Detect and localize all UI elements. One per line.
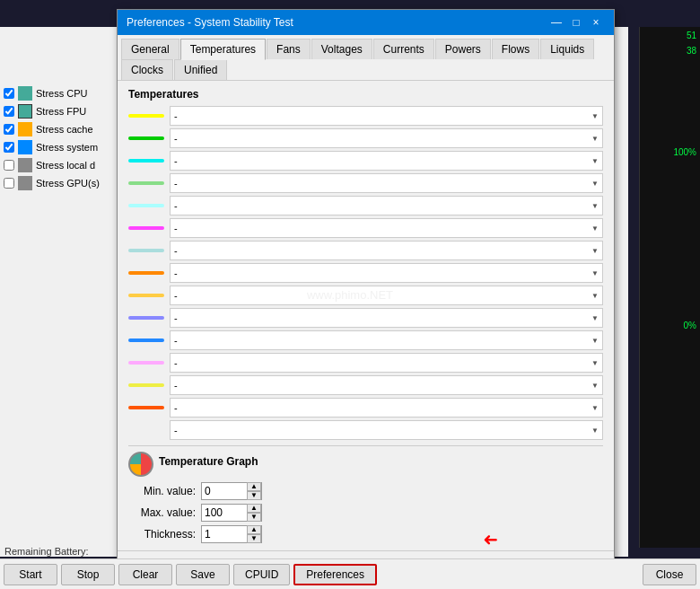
start-button[interactable]: Start (4, 564, 57, 585)
temp-dropdown-6[interactable]: - ▼ (170, 218, 603, 238)
dialog-titlebar: Preferences - System Stability Test — □ … (118, 10, 614, 35)
dropdown-arrow-7: ▼ (591, 247, 599, 255)
temp-dropdown-1[interactable]: - ▼ (170, 106, 603, 126)
tab-clocks[interactable]: Clocks (121, 59, 173, 80)
color-line-13 (128, 383, 164, 387)
min-input-wrap: ▲ ▼ (201, 482, 262, 500)
temp-value-9: - (174, 290, 178, 301)
stress-system-label: Stress system (36, 142, 98, 153)
tab-voltages[interactable]: Voltages (311, 39, 372, 59)
temp-dropdown-14[interactable]: - ▼ (170, 398, 603, 418)
remaining-battery-label: Remaining Battery: (4, 546, 89, 557)
color-line-15 (128, 428, 164, 432)
dropdown-arrow-5: ▼ (591, 202, 599, 210)
temp-dropdown-12[interactable]: - ▼ (170, 353, 603, 373)
max-label: Max. value: (128, 506, 196, 519)
tab-general[interactable]: General (121, 39, 179, 59)
min-value-input[interactable] (202, 483, 247, 499)
temp-value-4: - (174, 178, 178, 189)
temp-dropdown-11[interactable]: - ▼ (170, 330, 603, 350)
tab-unified[interactable]: Unified (174, 59, 227, 80)
local-icon (18, 158, 32, 172)
color-line-11 (128, 338, 164, 342)
max-spin-down[interactable]: ▼ (247, 513, 261, 522)
right-panel: 51 38 100% 0% (639, 27, 700, 548)
dialog-title: Preferences - System Stability Test (127, 16, 293, 29)
tab-liquids[interactable]: Liquids (540, 39, 594, 59)
stress-system-checkbox[interactable] (4, 142, 14, 153)
color-line-8 (128, 271, 164, 275)
dropdown-arrow-6: ▼ (591, 224, 599, 233)
sidebar-item-cache: Stress cache (4, 120, 127, 138)
tab-fans[interactable]: Fans (267, 39, 311, 59)
thickness-input[interactable] (202, 526, 247, 542)
dialog-close-button[interactable]: × (587, 14, 605, 31)
tab-flows[interactable]: Flows (492, 39, 539, 59)
max-spin-up[interactable]: ▲ (247, 504, 261, 513)
dropdown-arrow-13: ▼ (591, 382, 599, 390)
thickness-row: Thickness: ▲ ▼ (128, 525, 603, 543)
temp-row-14: - ▼ (128, 398, 603, 418)
dropdown-arrow-8: ▼ (591, 269, 599, 277)
temp-value-14: - (174, 402, 178, 413)
sidebar-item-system: Stress system (4, 138, 127, 156)
temp-row-4: - ▼ (128, 173, 603, 193)
dialog-minimize-button[interactable]: — (547, 14, 565, 31)
temp-value-11: - (174, 335, 178, 346)
thickness-input-wrap: ▲ ▼ (201, 525, 262, 543)
stop-button[interactable]: Stop (61, 564, 115, 585)
close-button[interactable]: Close (643, 564, 696, 585)
temp-dropdown-3[interactable]: - ▼ (170, 151, 603, 171)
color-line-3 (128, 159, 164, 163)
color-line-12 (128, 361, 164, 365)
clear-button[interactable]: Clear (118, 564, 172, 585)
tab-currents[interactable]: Currents (373, 39, 434, 59)
thickness-spin-down[interactable]: ▼ (247, 534, 261, 543)
temp-dropdown-10[interactable]: - ▼ (170, 308, 603, 328)
min-spin-down[interactable]: ▼ (247, 491, 261, 500)
preferences-button[interactable]: Preferences (293, 564, 377, 585)
temp-dropdown-7[interactable]: - ▼ (170, 241, 603, 260)
temp-dropdown-2[interactable]: - ▼ (170, 128, 603, 148)
temp-dropdown-9[interactable]: - ▼ (170, 286, 603, 305)
temp-dropdown-8[interactable]: - ▼ (170, 263, 603, 283)
temp-dropdown-15[interactable]: - ▼ (170, 420, 603, 440)
stress-local-checkbox[interactable] (4, 160, 14, 171)
tab-powers[interactable]: Powers (435, 39, 491, 59)
cache-icon (18, 122, 32, 136)
dropdown-arrow-14: ▼ (591, 404, 599, 412)
temp-row-10: - ▼ (128, 308, 603, 328)
stress-fpu-checkbox[interactable] (4, 106, 14, 117)
thickness-spin-up[interactable]: ▲ (247, 525, 261, 534)
temp-value-13: - (174, 380, 178, 391)
color-line-2 (128, 136, 164, 140)
tab-temperatures[interactable]: Temperatures (180, 39, 266, 60)
thickness-spin-buttons: ▲ ▼ (247, 525, 261, 543)
color-line-9 (128, 294, 164, 297)
dropdown-arrow-11: ▼ (591, 337, 599, 345)
dialog-maximize-button[interactable]: □ (567, 14, 585, 31)
temp-dropdown-5[interactable]: - ▼ (170, 196, 603, 215)
save-button[interactable]: Save (176, 564, 230, 585)
color-line-5 (128, 204, 164, 207)
dropdown-arrow-3: ▼ (591, 157, 599, 165)
fpu-icon (18, 104, 32, 119)
temp-row-13: - ▼ (128, 375, 603, 395)
temp-row-11: - ▼ (128, 330, 603, 350)
pct-38: 38 (640, 44, 700, 57)
cpuid-button[interactable]: CPUID (233, 564, 290, 585)
max-value-input[interactable] (202, 505, 247, 521)
stress-cache-checkbox[interactable] (4, 124, 14, 135)
gauge-icon (128, 452, 153, 477)
temp-dropdown-13[interactable]: - ▼ (170, 375, 603, 395)
temp-row-2: - ▼ (128, 128, 603, 148)
stress-gpu-checkbox[interactable] (4, 178, 14, 189)
dropdown-arrow-1: ▼ (591, 112, 599, 120)
temp-value-5: - (174, 200, 178, 211)
temp-dropdown-4[interactable]: - ▼ (170, 173, 603, 193)
sidebar-item-gpu: Stress GPU(s) (4, 174, 127, 192)
min-spin-up[interactable]: ▲ (247, 482, 261, 491)
temp-value-3: - (174, 155, 178, 166)
stress-cpu-checkbox[interactable] (4, 88, 14, 99)
temp-value-12: - (174, 357, 178, 368)
